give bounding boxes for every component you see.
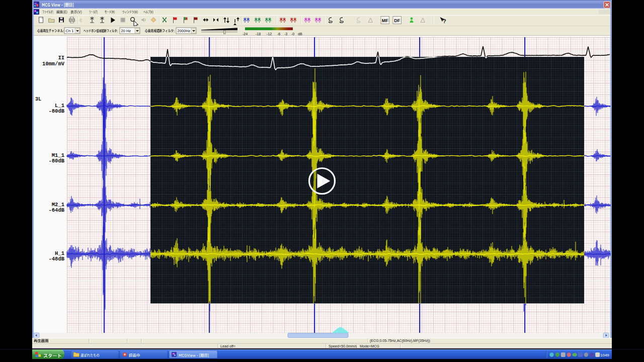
svg-text:-80dB: -80dB — [48, 108, 64, 114]
svg-text:Lead off=: Lead off= — [220, 344, 235, 348]
svg-text:3L: 3L — [35, 97, 41, 102]
svg-text:H_1: H_1 — [55, 250, 64, 256]
svg-text:M1_1: M1_1 — [52, 152, 64, 158]
svg-text:-18: -18 — [256, 32, 261, 36]
svg-text:1049: 1049 — [600, 353, 609, 357]
svg-text:?: ? — [443, 18, 446, 24]
svg-text:-80dB: -80dB — [48, 158, 64, 164]
svg-text:-12: -12 — [267, 32, 272, 36]
svg-text:II: II — [58, 55, 64, 61]
svg-text:Ch 1: Ch 1 — [66, 29, 74, 33]
svg-text:-3: -3 — [284, 32, 287, 36]
svg-text:20 Hz: 20 Hz — [121, 29, 131, 33]
svg-text:(ECG;0.05-75Hz,AC(60Hz),MF(35H: (ECG;0.05-75Hz,AC(60Hz),MF(35Hz)) — [370, 339, 430, 343]
svg-text:DF: DF — [394, 18, 400, 23]
svg-text:2000Hz: 2000Hz — [178, 29, 191, 33]
svg-text:-64dB: -64dB — [48, 207, 64, 213]
svg-text:MF: MF — [382, 18, 388, 23]
svg-text:M2_1: M2_1 — [52, 202, 64, 208]
svg-text:-0: -0 — [291, 32, 294, 36]
svg-text:10mm/mV: 10mm/mV — [42, 61, 65, 67]
svg-text:Mode=MCG: Mode=MCG — [360, 344, 379, 348]
svg-text:-6: -6 — [277, 32, 280, 36]
svg-text:L_1: L_1 — [55, 103, 64, 109]
svg-text:-48dB: -48dB — [48, 256, 64, 262]
svg-text:dB: dB — [298, 32, 302, 36]
svg-text:-24: -24 — [243, 32, 248, 36]
svg-text:Speed=50.0mm/s: Speed=50.0mm/s — [329, 344, 357, 348]
